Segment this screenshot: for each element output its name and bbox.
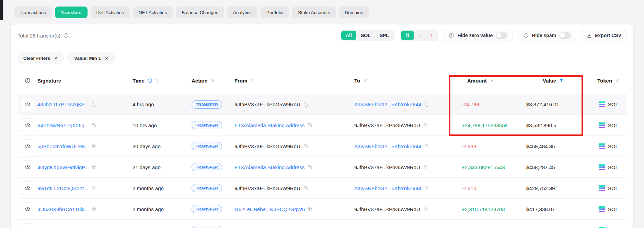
preview-eye-button[interactable] (21, 139, 34, 153)
from-address[interactable]: FTX/Alameda Staking Address (234, 122, 304, 128)
copy-icon[interactable] (424, 102, 429, 107)
filter-active-icon[interactable] (559, 78, 564, 83)
copy-icon[interactable] (303, 102, 308, 107)
preview-eye-button[interactable] (21, 181, 34, 195)
copy-icon[interactable] (92, 207, 96, 211)
copy-icon[interactable] (303, 186, 308, 191)
signature-cell: 9w1dtLL2DonQS1nt... (37, 185, 133, 191)
hide-spam-control[interactable]: Hide spam (518, 29, 576, 42)
copy-icon[interactable] (424, 144, 429, 149)
column-to: To (354, 78, 457, 84)
copy-icon[interactable] (423, 165, 428, 170)
to-header-label: To (354, 78, 360, 84)
action-badge: TRANSFER (192, 205, 222, 213)
solana-icon (599, 122, 605, 128)
tab-nft-activities[interactable]: NFT Activities (133, 7, 173, 18)
copy-icon[interactable] (423, 123, 428, 128)
table-row: 64YhSwN6Y7qX26q...10 hrs agoTRANSFERFTX/… (18, 115, 626, 136)
filter-icon[interactable] (250, 78, 255, 83)
copy-icon[interactable] (91, 123, 96, 128)
token-cell: SOL (589, 122, 626, 128)
solana-icon (599, 206, 605, 212)
copy-icon[interactable] (423, 207, 428, 211)
tab-stake-accounts[interactable]: Stake Accounts (292, 7, 336, 18)
action-badge: TRANSFER (192, 184, 222, 192)
signature-link[interactable]: 64YhSwN6Y7qX26q... (37, 122, 89, 128)
segment-spl[interactable]: SPL (375, 31, 393, 40)
from-cell: G62LeCBeha...K3BCQ2GqW6 (234, 206, 354, 212)
sort-up-icon[interactable]: ↑ (426, 31, 437, 40)
preview-eye-button[interactable] (21, 98, 34, 111)
signature-link[interactable]: 3U5ZuX8hBCo1Tuix... (37, 206, 89, 212)
from-address[interactable]: FTX/Alameda Staking Address (234, 164, 304, 170)
close-icon[interactable] (54, 56, 58, 61)
signature-cell: 5pBhZc82doWULH9... (37, 143, 133, 149)
value-cell: $459,484.35 (522, 143, 589, 149)
hide-spam-toggle[interactable] (559, 32, 571, 39)
copy-icon[interactable] (91, 186, 96, 191)
tab-transfers[interactable]: Transfers (55, 7, 88, 18)
to-address[interactable]: AawSNFbhG2...5KbYnkZ944 (354, 185, 421, 191)
clock-icon[interactable] (147, 78, 152, 83)
amount-cell: -2,333 (457, 143, 522, 149)
signature-link[interactable]: 4GygKXg6WHofvigP... (37, 164, 89, 170)
tab-transactions[interactable]: Transactions (14, 7, 52, 18)
question-icon[interactable]: ? (25, 78, 31, 84)
tab-domains[interactable]: Domains (339, 7, 369, 18)
filter-icon[interactable] (210, 78, 215, 83)
tab-analytics[interactable]: Analytics (227, 7, 257, 18)
filter-icon[interactable] (615, 78, 620, 83)
copy-icon[interactable] (307, 123, 312, 128)
to-address[interactable]: AawSNFbhG2...5KbYnkZ944 (354, 143, 421, 149)
signature-link[interactable]: 9w1dtLL2DonQS1nt... (37, 185, 88, 191)
copy-icon[interactable] (92, 165, 96, 170)
filter-icon[interactable] (155, 78, 160, 83)
copy-icon[interactable] (424, 186, 429, 191)
to-address[interactable]: AawSNFbhG2...5KbYnkZ944 (354, 101, 421, 107)
to-address: 9JfhBV37aF...kPoG5W9RoU (354, 206, 420, 212)
info-icon[interactable] (63, 33, 69, 38)
signature-cell: 3U5ZuX8hBCo1Tuix... (37, 206, 133, 212)
sort-both-icon[interactable]: ⇅ (401, 31, 414, 40)
hide-zero-value-control[interactable]: Hide zero value (444, 29, 513, 42)
segment-sol[interactable]: SOL (356, 31, 375, 40)
tab-bar: TransactionsTransfersDefi ActivitiesNFT … (14, 7, 369, 18)
time-cell: 4 hrs ago (133, 101, 192, 107)
time-value: 10 hrs ago (133, 122, 157, 128)
tab-balance-changes[interactable]: Balance Changes (176, 7, 224, 18)
from-cell: 9JfhBV37aF...kPoG5W9RoU (234, 143, 354, 149)
tab-portfolio[interactable]: Portfolio (261, 7, 289, 18)
from-address[interactable]: G62LeCBeha...K3BCQ2GqW6 (234, 206, 305, 212)
segment-all[interactable]: All (341, 31, 356, 40)
copy-icon[interactable] (308, 207, 312, 211)
filter-chip-clear-filters[interactable]: Clear Filters (18, 52, 64, 64)
hide-spam-label: Hide spam (532, 33, 556, 38)
copy-icon[interactable] (91, 102, 96, 107)
copy-icon[interactable] (307, 165, 312, 170)
preview-eye-button[interactable] (21, 160, 34, 174)
preview-eye-button[interactable] (21, 223, 34, 228)
copy-icon[interactable] (92, 144, 96, 149)
preview-eye-button[interactable] (21, 202, 34, 216)
sort-down-icon[interactable]: ↓ (414, 31, 426, 40)
preview-eye-button[interactable] (21, 118, 34, 132)
time-value: 21 days ago (133, 164, 161, 170)
close-icon[interactable] (104, 56, 109, 61)
action-cell: TRANSFER (192, 121, 234, 129)
from-address: 9JfhBV37aF...kPoG5W9RoU (234, 185, 300, 191)
filter-icon[interactable] (363, 78, 368, 83)
filter-icon[interactable] (490, 78, 494, 83)
signature-link[interactable]: 5pBhZc82doWULH9... (37, 143, 89, 149)
hide-zero-value-toggle[interactable] (496, 32, 507, 39)
copy-icon[interactable] (303, 144, 308, 149)
tab-defi-activities[interactable]: Defi Activities (91, 7, 130, 18)
token-cell: SOL (589, 101, 626, 107)
signature-link[interactable]: 43JbzUT7PTkszqKF... (37, 101, 88, 107)
time-value: 4 hrs ago (133, 101, 154, 107)
filter-chip-value-min-1[interactable]: Value: Min 1 (68, 52, 115, 64)
table-row: 43JbzUT7PTkszqKF...4 hrs agoTRANSFER9Jfh… (18, 94, 626, 115)
export-csv-button[interactable]: Export CSV (582, 29, 626, 42)
svg-text:?: ? (26, 79, 28, 82)
value-cell: $3,532,890.5 (522, 122, 589, 128)
time-cell: 21 days ago (133, 164, 192, 170)
